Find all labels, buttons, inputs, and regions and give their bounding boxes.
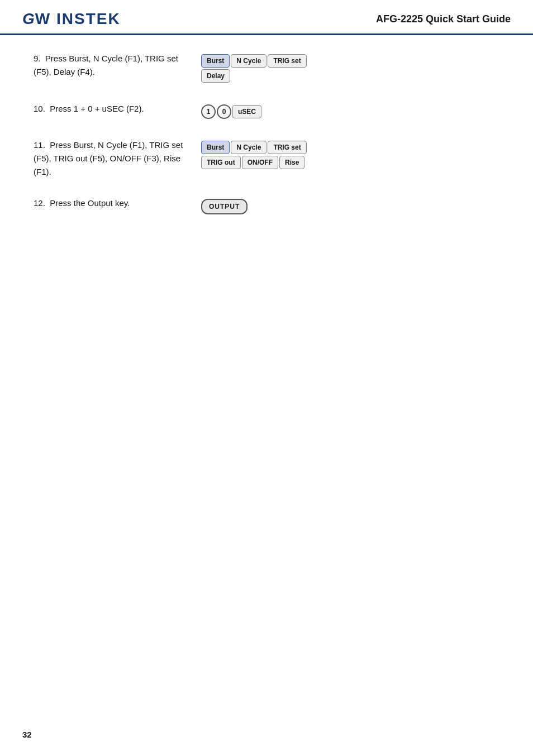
dial-0-button[interactable]: 0 xyxy=(217,104,231,119)
burst-button-11[interactable]: Burst xyxy=(201,141,230,154)
step-10: 10. Press 1 + 0 + uSEC (F2). 1 0 uSEC xyxy=(34,102,499,121)
trigset-button-11[interactable]: TRIG set xyxy=(268,141,306,154)
burst-button-9[interactable]: Burst xyxy=(201,54,230,68)
step-12-text: 12. Press the Output key. xyxy=(34,197,190,210)
ncycle-button-9[interactable]: N Cycle xyxy=(231,54,266,68)
step-9-row1: Burst N Cycle TRIG set xyxy=(201,54,307,68)
step-10-visual: 1 0 uSEC xyxy=(190,102,499,121)
logo-instek: INSTEK xyxy=(56,10,121,27)
step-9: 9. Press Burst, N Cycle (F1), TRIG set (… xyxy=(34,52,499,84)
page-title: AFG-2225 Quick Start Guide xyxy=(376,13,511,25)
step-11-row2: TRIG out ON/OFF Rise xyxy=(201,156,304,169)
step-10-row1: 1 0 uSEC xyxy=(201,104,261,119)
step-9-text: 9. Press Burst, N Cycle (F1), TRIG set (… xyxy=(34,52,190,79)
step-11-visual: Burst N Cycle TRIG set TRIG out ON/OFF R… xyxy=(190,138,499,171)
page-number: 32 xyxy=(22,730,32,739)
dial-1-button[interactable]: 1 xyxy=(201,104,216,119)
main-content: 9. Press Burst, N Cycle (F1), TRIG set (… xyxy=(0,35,533,256)
step-10-text: 10. Press 1 + 0 + uSEC (F2). xyxy=(34,102,190,116)
step-9-visual: Burst N Cycle TRIG set Delay xyxy=(190,52,499,84)
usec-button[interactable]: uSEC xyxy=(232,105,261,118)
logo-gw: GW xyxy=(22,10,50,27)
step-9-row2: Delay xyxy=(201,69,230,83)
company-logo: GW INSTEK xyxy=(22,10,121,28)
step-12: 12. Press the Output key. OUTPUT xyxy=(34,197,499,216)
onoff-button-11[interactable]: ON/OFF xyxy=(242,156,278,169)
trigout-button-11[interactable]: TRIG out xyxy=(201,156,241,169)
trigset-button-9[interactable]: TRIG set xyxy=(268,54,306,68)
step-11-row1: Burst N Cycle TRIG set xyxy=(201,141,307,154)
step-12-row1: OUTPUT xyxy=(201,199,248,214)
step-11: 11. Press Burst, N Cycle (F1), TRIG set … xyxy=(34,138,499,179)
rise-button-11[interactable]: Rise xyxy=(279,156,304,169)
delay-button-9[interactable]: Delay xyxy=(201,69,230,83)
step-11-text: 11. Press Burst, N Cycle (F1), TRIG set … xyxy=(34,138,190,179)
output-button[interactable]: OUTPUT xyxy=(201,199,248,214)
page-header: GW INSTEK AFG-2225 Quick Start Guide xyxy=(0,0,533,35)
ncycle-button-11[interactable]: N Cycle xyxy=(231,141,266,154)
step-12-visual: OUTPUT xyxy=(190,197,499,216)
